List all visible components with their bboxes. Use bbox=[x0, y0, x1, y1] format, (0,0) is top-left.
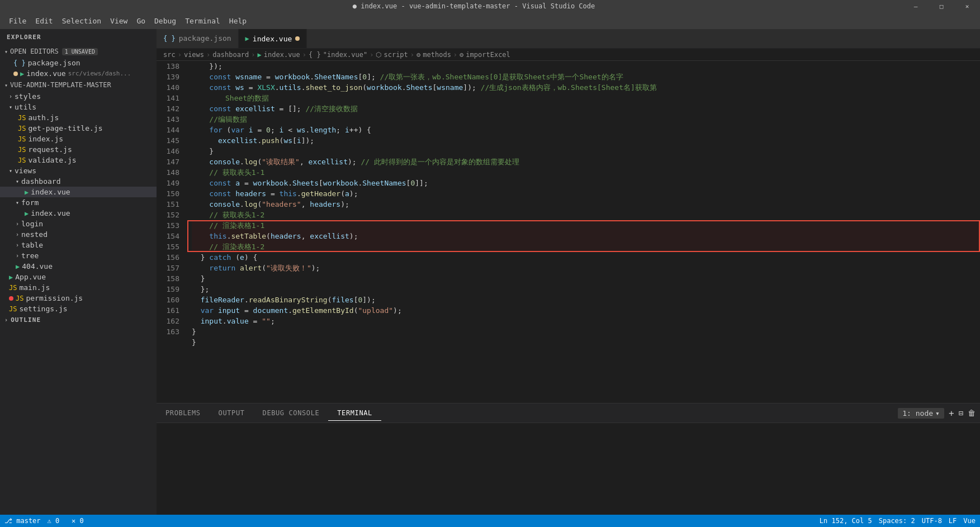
menu-file[interactable]: File bbox=[4, 15, 31, 27]
tab-package-json[interactable]: { } package.json bbox=[157, 29, 239, 48]
error-indicator-permission bbox=[9, 296, 13, 301]
folder-login[interactable]: login bbox=[0, 219, 157, 229]
code-line-149: const headers = this.getHeader(a); bbox=[192, 188, 980, 199]
open-editor-package-json[interactable]: { } package.json bbox=[0, 58, 157, 68]
folder-views[interactable]: views bbox=[0, 165, 157, 176]
statusbar-encoding[interactable]: UTF-8 bbox=[922, 517, 942, 525]
file-404-vue-label: 404.vue bbox=[22, 262, 53, 270]
open-editors-section[interactable]: OPEN EDITORS 1 UNSAVED bbox=[0, 45, 157, 58]
statusbar-spaces[interactable]: Spaces: 2 bbox=[879, 517, 915, 525]
breadcrumb-object-icon: { } bbox=[309, 51, 321, 59]
breadcrumb-indexvue-obj[interactable]: "index.vue" bbox=[323, 51, 367, 59]
tab-index-vue[interactable]: ▶ index.vue bbox=[239, 29, 307, 48]
outline-section[interactable]: OUTLINE bbox=[0, 314, 157, 326]
project-chevron bbox=[4, 82, 8, 88]
terminal-content[interactable] bbox=[157, 423, 980, 515]
file-permission-js[interactable]: JS permission.js bbox=[0, 293, 157, 303]
js-icon-main: JS bbox=[9, 284, 17, 292]
terminal-close-button[interactable]: 🗑 bbox=[968, 409, 976, 417]
file-dashboard-index-vue[interactable]: ▶ index.vue bbox=[0, 187, 157, 197]
code-line-151: // 获取表头1-2 bbox=[192, 210, 980, 220]
folder-utils[interactable]: utils bbox=[0, 102, 157, 112]
folder-table[interactable]: table bbox=[0, 240, 157, 250]
minimize-button[interactable]: — bbox=[903, 0, 929, 12]
code-line-159: fileReader.readAsBinaryString(files[0]); bbox=[192, 295, 980, 305]
tab-output[interactable]: OUTPUT bbox=[210, 406, 254, 420]
views-chevron bbox=[9, 168, 12, 174]
code-lines[interactable]: }); const wsname = workbook.SheetNames[0… bbox=[187, 61, 980, 403]
statusbar-language[interactable]: Vue bbox=[963, 517, 976, 525]
folder-styles-label: styles bbox=[15, 92, 41, 101]
file-auth-js[interactable]: JS auth.js bbox=[0, 112, 157, 123]
project-section[interactable]: VUE-ADMIN-TEMPLATE-MASTER bbox=[0, 79, 157, 91]
explorer-header: EXPLORER bbox=[0, 29, 157, 45]
breadcrumb-src[interactable]: src bbox=[163, 51, 176, 59]
breadcrumb-script[interactable]: script bbox=[384, 51, 408, 59]
statusbar-line-ending[interactable]: LF bbox=[949, 517, 957, 525]
code-line-157: } bbox=[192, 273, 980, 284]
breadcrumb-script-icon: ⬡ bbox=[376, 51, 381, 59]
code-line-158: }; bbox=[192, 284, 980, 295]
menu-debug[interactable]: Debug bbox=[150, 15, 181, 27]
breadcrumb-importexcel[interactable]: importExcel bbox=[466, 51, 510, 59]
open-editor-index-vue[interactable]: ▶ index.vue src/views/dash... bbox=[0, 68, 157, 79]
menu-help[interactable]: Help bbox=[225, 15, 251, 27]
folder-dashboard[interactable]: dashboard bbox=[0, 176, 157, 187]
breadcrumb-index-vue[interactable]: index.vue bbox=[264, 51, 300, 59]
file-settings-js[interactable]: JS settings.js bbox=[0, 303, 157, 314]
file-app-vue[interactable]: ▶ App.vue bbox=[0, 272, 157, 282]
file-request-js[interactable]: JS request.js bbox=[0, 144, 157, 155]
code-line-163: } bbox=[192, 337, 980, 348]
terminal-selector[interactable]: 1: node ▾ bbox=[898, 408, 944, 419]
code-line-153: this.setTable(headers, excellist); bbox=[192, 231, 980, 241]
file-get-page-title[interactable]: JS get-page-title.js bbox=[0, 123, 157, 134]
code-line-146: console.log("读取结果", excellist); // 此时得到的… bbox=[192, 156, 980, 167]
menu-go[interactable]: Go bbox=[132, 15, 150, 27]
file-form-index-vue[interactable]: ▶ index.vue bbox=[0, 208, 157, 219]
code-line-148: const a = workbook.Sheets[workbook.Sheet… bbox=[192, 178, 980, 188]
tree-chevron bbox=[16, 253, 19, 259]
maximize-button[interactable]: □ bbox=[929, 0, 954, 12]
breadcrumb-dashboard[interactable]: dashboard bbox=[212, 51, 249, 59]
file-main-js[interactable]: JS main.js bbox=[0, 282, 157, 293]
folder-tree[interactable]: tree bbox=[0, 250, 157, 261]
tab-problems[interactable]: PROBLEMS bbox=[157, 406, 210, 420]
terminal-dropdown-arrow: ▾ bbox=[935, 409, 940, 417]
folder-form[interactable]: form bbox=[0, 197, 157, 208]
menu-edit[interactable]: Edit bbox=[31, 15, 57, 27]
breadcrumb-methods[interactable]: methods bbox=[423, 51, 451, 59]
close-button[interactable]: ✕ bbox=[954, 0, 980, 12]
file-validate-js[interactable]: JS validate.js bbox=[0, 155, 157, 165]
menu-selection[interactable]: Selection bbox=[58, 15, 106, 27]
file-form-index-vue-label: index.vue bbox=[31, 209, 70, 217]
menu-view[interactable]: View bbox=[106, 15, 132, 27]
folder-styles[interactable]: styles bbox=[0, 91, 157, 102]
terminal-split-button[interactable]: ⊟ bbox=[959, 409, 963, 417]
code-line-156: return alert("读取失败！"); bbox=[192, 263, 980, 273]
form-chevron bbox=[16, 200, 19, 206]
tab-debug-console[interactable]: DEBUG CONSOLE bbox=[254, 406, 329, 420]
vue-file-icon: ▶ bbox=[20, 70, 24, 78]
menubar: File Edit Selection View Go Debug Termin… bbox=[0, 12, 980, 29]
code-editor[interactable]: 138 139 140 141 142 143 144 145 146 147 … bbox=[157, 61, 980, 403]
folder-form-label: form bbox=[21, 198, 39, 207]
titlebar: ● index.vue - vue-admin-template-master … bbox=[0, 0, 980, 12]
breadcrumb-views[interactable]: views bbox=[184, 51, 204, 59]
breadcrumb-methods-icon: ⚙ bbox=[416, 51, 420, 59]
statusbar-line-col[interactable]: Ln 152, Col 5 bbox=[820, 517, 872, 525]
login-chevron bbox=[16, 221, 19, 227]
vue-icon-404: ▶ bbox=[16, 263, 20, 270]
folder-nested[interactable]: nested bbox=[0, 229, 157, 240]
terminal-add-button[interactable]: + bbox=[949, 408, 954, 419]
menu-terminal[interactable]: Terminal bbox=[181, 15, 225, 27]
file-404-vue[interactable]: ▶ 404.vue bbox=[0, 261, 157, 272]
code-line-143: for (var i = 0; i < ws.length; i++) { bbox=[192, 125, 980, 135]
sidebar: EXPLORER OPEN EDITORS 1 UNSAVED { } pack… bbox=[0, 29, 157, 515]
statusbar-branch[interactable]: ⎇ master bbox=[4, 517, 41, 525]
json-file-icon: { } bbox=[13, 59, 26, 67]
tab-terminal[interactable]: TERMINAL bbox=[328, 406, 381, 421]
file-index-js[interactable]: JS index.js bbox=[0, 134, 157, 144]
statusbar-errors[interactable]: ⚠ 0 ✕ 0 bbox=[48, 517, 84, 525]
js-icon-settings: JS bbox=[9, 305, 17, 313]
js-icon-permission: JS bbox=[16, 295, 23, 302]
